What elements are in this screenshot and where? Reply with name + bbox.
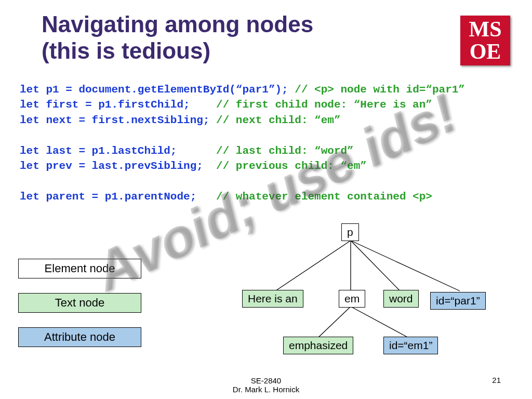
code-l1b: // <p> node with id=“par1” bbox=[295, 84, 465, 96]
code-l4b: // last child: “word” bbox=[216, 145, 354, 157]
legend-attribute-node: Attribute node bbox=[18, 327, 141, 347]
legend-text-node: Text node bbox=[18, 293, 141, 313]
code-l2a: let first = p1.firstChild; bbox=[20, 99, 216, 111]
svg-line-2 bbox=[351, 241, 400, 291]
footer: SE-2840 Dr. Mark L. Hornick bbox=[0, 376, 532, 394]
legend: Element node Text node Attribute node bbox=[18, 259, 141, 362]
dom-tree-diagram: p Here is an em word id=“par1” emphasize… bbox=[234, 223, 525, 379]
footer-author: Dr. Mark L. Hornick bbox=[233, 385, 299, 394]
tree-node-id-em1: id=“em1” bbox=[383, 337, 438, 354]
code-block: let p1 = document.getElementById(“par1”)… bbox=[20, 82, 513, 204]
svg-line-5 bbox=[351, 307, 410, 339]
msoe-logo: MS OE bbox=[460, 16, 510, 65]
slide-title: Navigating among nodes (this is tedious) bbox=[42, 11, 313, 64]
code-l3b: // next child: “em” bbox=[216, 114, 340, 126]
code-l6a: let parent = p1.parentNode; bbox=[20, 191, 216, 203]
svg-line-4 bbox=[317, 307, 351, 339]
logo-top: MS bbox=[460, 16, 510, 41]
logo-bottom: OE bbox=[460, 41, 510, 62]
title-line1: Navigating among nodes bbox=[42, 11, 313, 37]
code-l2b: // first child node: “Here is an” bbox=[216, 99, 432, 111]
code-l4a: let last = p1.lastChild; bbox=[20, 145, 216, 157]
footer-course: SE-2840 bbox=[251, 376, 281, 385]
svg-line-3 bbox=[351, 241, 460, 291]
code-l5a: let prev = last.prevSibling; bbox=[20, 160, 216, 172]
tree-node-p: p bbox=[341, 223, 359, 241]
svg-line-0 bbox=[275, 241, 351, 291]
title-line2: (this is tedious) bbox=[42, 38, 210, 63]
tree-node-em: em bbox=[339, 290, 365, 308]
tree-node-emphasized: emphasized bbox=[283, 337, 353, 354]
code-l3a: let next = first.nextSibling; bbox=[20, 114, 216, 126]
code-l1a: let p1 = document.getElementById(“par1”)… bbox=[20, 84, 295, 96]
code-l6b: // whatever element contained <p> bbox=[216, 191, 432, 203]
code-l5b: // previous child: “em” bbox=[216, 160, 367, 172]
tree-node-id-par1: id=“par1” bbox=[430, 292, 486, 310]
page-number: 21 bbox=[492, 376, 501, 384]
tree-node-here: Here is an bbox=[242, 290, 303, 308]
tree-node-word: word bbox=[383, 290, 419, 308]
legend-element-node: Element node bbox=[18, 259, 141, 278]
